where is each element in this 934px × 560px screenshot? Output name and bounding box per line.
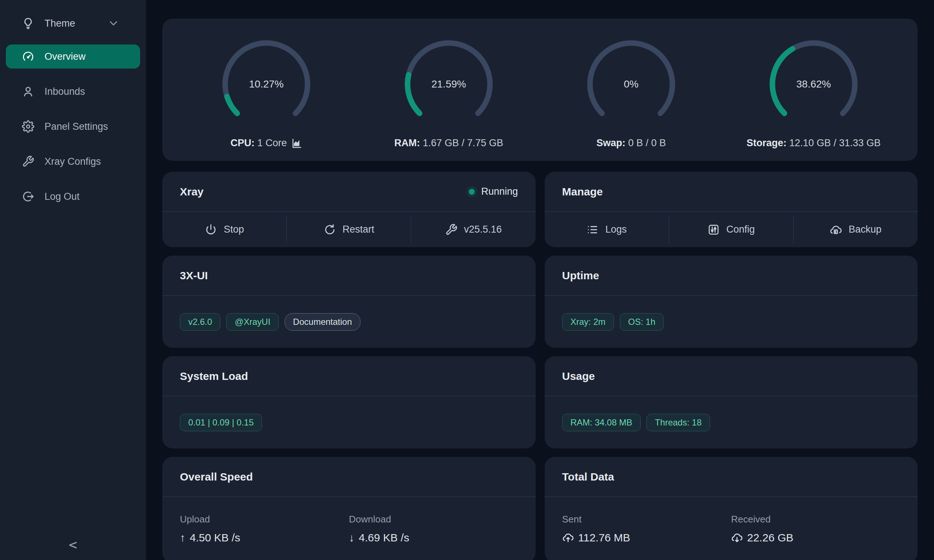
xui-version-tag[interactable]: v2.6.0 xyxy=(180,313,220,331)
speedometer-icon xyxy=(22,50,34,63)
xray-status-badge: Running xyxy=(469,186,518,197)
sent-stat: Sent 112.76 MB xyxy=(562,501,731,560)
logs-button[interactable]: Logs xyxy=(545,212,669,247)
cloud-backup-icon xyxy=(830,223,842,236)
xray-stop-button[interactable]: Stop xyxy=(162,212,287,247)
xray-card-title: Xray xyxy=(180,186,203,198)
sidebar-item-xray-configs[interactable]: Xray Configs xyxy=(6,149,140,174)
storage-caption: Storage: 12.10 GB / 31.33 GB xyxy=(746,137,881,149)
sidebar-nav: Overview Inbounds Panel Settings Xray Co… xyxy=(0,45,146,209)
arrow-up-icon: ↑ xyxy=(180,532,185,544)
uptime-card: Uptime Xray: 2m OS: 1h xyxy=(545,255,918,348)
download-value: ↓ 4.69 KB /s xyxy=(349,532,518,544)
sidebar-item-logout[interactable]: Log Out xyxy=(6,185,140,209)
xray-status-text: Running xyxy=(481,186,518,197)
download-stat: Download ↓ 4.69 KB /s xyxy=(349,501,518,560)
arrow-down-icon: ↓ xyxy=(349,532,354,544)
total-data-card: Total Data Sent 112.76 MB Received xyxy=(545,457,918,560)
sidebar-item-panel-settings[interactable]: Panel Settings xyxy=(6,114,140,138)
gear-icon xyxy=(22,120,34,133)
ram-caption: RAM: 1.67 GB / 7.75 GB xyxy=(395,137,504,149)
download-label: Download xyxy=(349,514,518,525)
overall-speed-title: Overall Speed xyxy=(180,471,253,483)
ram-gauge: 21.59% RAM: 1.67 GB / 7.75 GB xyxy=(358,18,540,161)
cpu-gauge: 10.27% CPU: 1 Core xyxy=(175,18,358,161)
cloud-upload-icon xyxy=(562,532,574,544)
backup-button[interactable]: Backup xyxy=(794,212,918,247)
usage-card: Usage RAM: 34.08 MB Threads: 18 xyxy=(545,356,918,448)
sidebar-item-label: Xray Configs xyxy=(45,156,101,167)
swap-percent: 0% xyxy=(584,37,679,132)
sidebar-item-inbounds[interactable]: Inbounds xyxy=(6,80,140,103)
uptime-xray-tag: Xray: 2m xyxy=(562,313,614,331)
storage-gauge: 38.62% Storage: 12.10 GB / 31.33 GB xyxy=(722,18,905,161)
sliders-icon xyxy=(707,223,720,236)
sidebar-item-label: Log Out xyxy=(45,191,80,202)
logout-icon xyxy=(22,190,34,203)
status-dot-icon xyxy=(469,189,475,195)
usage-threads-tag: Threads: 18 xyxy=(646,414,710,431)
received-value: 22.26 GB xyxy=(731,532,900,544)
usage-ram-tag: RAM: 34.08 MB xyxy=(562,414,641,431)
xray-restart-button[interactable]: Restart xyxy=(287,212,411,247)
sidebar-item-label: Panel Settings xyxy=(45,121,108,132)
theme-label: Theme xyxy=(45,18,75,29)
sent-label: Sent xyxy=(562,514,731,525)
manage-card-title: Manage xyxy=(562,186,603,198)
main-content: 10.27% CPU: 1 Core 21.59% RAM: 1.67 GB /… xyxy=(146,0,934,560)
upload-stat: Upload ↑ 4.50 KB /s xyxy=(180,501,349,560)
sidebar-item-label: Overview xyxy=(45,51,86,62)
sidebar: Theme Overview Inbounds Panel Settings xyxy=(0,0,146,560)
overall-speed-card: Overall Speed Upload ↑ 4.50 KB /s Downlo… xyxy=(162,457,536,560)
received-label: Received xyxy=(731,514,900,525)
received-stat: Received 22.26 GB xyxy=(731,501,900,560)
system-load-title: System Load xyxy=(180,370,248,382)
sidebar-item-overview[interactable]: Overview xyxy=(6,45,140,69)
lightbulb-icon xyxy=(22,17,34,29)
manage-card: Manage Logs Config xyxy=(545,172,918,247)
xui-telegram-tag[interactable]: @XrayUI xyxy=(226,313,279,331)
power-icon xyxy=(205,223,217,236)
cpu-caption: CPU: 1 Core xyxy=(231,137,302,149)
total-data-title: Total Data xyxy=(562,471,614,483)
usage-title: Usage xyxy=(562,370,595,382)
sidebar-item-label: Inbounds xyxy=(45,86,85,97)
cpu-history-chart-icon[interactable] xyxy=(291,138,302,149)
xui-card: 3X-UI v2.6.0 @XrayUI Documentation xyxy=(162,255,536,348)
user-icon xyxy=(22,85,34,98)
swap-caption: Swap: 0 B / 0 B xyxy=(596,137,666,149)
upload-value: ↑ 4.50 KB /s xyxy=(180,532,349,544)
system-gauges-card: 10.27% CPU: 1 Core 21.59% RAM: 1.67 GB /… xyxy=(162,18,918,161)
chevron-down-icon xyxy=(107,17,120,29)
wrench-icon xyxy=(445,223,458,236)
xray-version-button[interactable]: v25.5.16 xyxy=(411,212,535,247)
uptime-os-tag: OS: 1h xyxy=(620,313,664,331)
load-average-tag: 0.01 | 0.09 | 0.15 xyxy=(180,414,262,431)
config-button[interactable]: Config xyxy=(669,212,793,247)
sent-value: 112.76 MB xyxy=(562,532,731,544)
system-load-card: System Load 0.01 | 0.09 | 0.15 xyxy=(162,356,536,448)
uptime-card-title: Uptime xyxy=(562,269,600,282)
xui-card-title: 3X-UI xyxy=(180,269,208,282)
cpu-percent: 10.27% xyxy=(219,37,314,132)
upload-label: Upload xyxy=(180,514,349,525)
ram-percent: 21.59% xyxy=(401,37,496,132)
documentation-tag[interactable]: Documentation xyxy=(285,313,360,331)
storage-percent: 38.62% xyxy=(766,37,861,132)
list-icon xyxy=(586,223,599,236)
xray-card: Xray Running Stop Res xyxy=(162,172,536,247)
theme-selector[interactable]: Theme xyxy=(6,12,140,34)
sidebar-collapse-button[interactable]: < xyxy=(0,537,146,553)
cloud-download-icon xyxy=(731,532,743,544)
swap-gauge: 0% Swap: 0 B / 0 B xyxy=(540,18,722,161)
wrench-icon xyxy=(22,155,34,168)
restart-icon xyxy=(324,223,336,236)
